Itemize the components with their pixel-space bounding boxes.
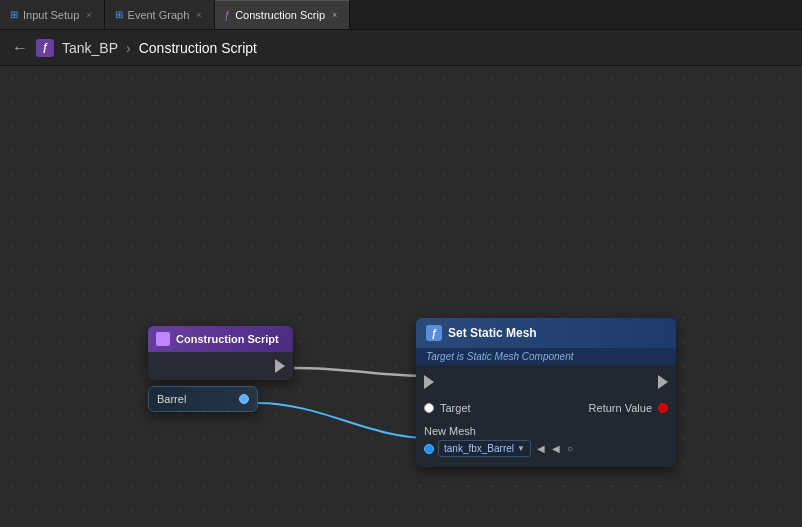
set-static-mesh-target-label: Target [440,402,471,414]
breadcrumb-current-graph: Construction Script [139,40,257,56]
breadcrumb-func-icon: ƒ [36,39,54,57]
tab-construction-script-icon: ƒ [225,10,231,21]
mesh-action-next-btn[interactable]: ◀ [550,442,562,455]
set-static-mesh-title: Set Static Mesh [448,326,537,340]
set-static-mesh-return-pin[interactable] [658,403,668,413]
set-static-mesh-target-row: Target Return Value [416,395,676,421]
new-mesh-label: New Mesh [424,425,668,437]
construction-script-exec-out-pin[interactable] [275,359,285,373]
node-set-static-mesh[interactable]: ƒ Set Static Mesh Target is Static Mesh … [416,318,676,467]
breadcrumb-bar: ← ƒ Tank_BP › Construction Script [0,30,802,66]
connections-svg [0,66,802,527]
new-mesh-dropdown[interactable]: tank_fbx_Barrel ▼ [438,440,531,457]
mesh-action-clear-btn[interactable]: ○ [565,442,575,455]
tab-construction-script-label: Construction Scrip [235,9,325,21]
tab-construction-script-close[interactable]: × [330,10,339,20]
new-mesh-pin[interactable] [424,444,434,454]
mesh-action-prev-btn[interactable]: ◀ [535,442,547,455]
set-static-mesh-target-pin[interactable] [424,403,434,413]
barrel-output-pin[interactable] [239,394,249,404]
tab-bar: ⊞ Input Setup × ⊞ Event Graph × ƒ Constr… [0,0,802,30]
tab-event-graph[interactable]: ⊞ Event Graph × [105,0,215,29]
tab-construction-script[interactable]: ƒ Construction Scrip × [215,0,351,29]
tab-event-graph-label: Event Graph [128,9,190,21]
set-static-mesh-exec-out-pin[interactable] [658,375,668,389]
set-static-mesh-new-mesh-section: New Mesh tank_fbx_Barrel ▼ ◀ ◀ ○ [416,421,676,463]
node-construction-script[interactable]: Construction Script [148,326,293,380]
tab-event-graph-close[interactable]: × [194,10,203,20]
mesh-actions: ◀ ◀ ○ [535,442,575,455]
tab-event-graph-icon: ⊞ [115,9,123,20]
new-mesh-value: tank_fbx_Barrel [444,443,514,454]
breadcrumb-back-button[interactable]: ← [12,39,28,57]
dropdown-arrow-icon: ▼ [517,444,525,453]
tab-input-setup-icon: ⊞ [10,9,18,20]
canvas-area[interactable]: Construction Script Barrel ƒ Set Static … [0,66,802,527]
tab-input-setup-close[interactable]: × [84,10,93,20]
node-barrel[interactable]: Barrel [148,386,258,412]
breadcrumb-separator: › [126,40,131,56]
set-static-mesh-subtitle: Target is Static Mesh Component [416,348,676,365]
construction-script-node-icon [156,332,170,346]
tab-input-setup-label: Input Setup [23,9,79,21]
set-static-mesh-return-value-label: Return Value [589,402,652,414]
tab-input-setup[interactable]: ⊞ Input Setup × [0,0,105,29]
construction-script-node-title: Construction Script [176,333,279,345]
set-static-mesh-func-icon: ƒ [426,325,442,341]
set-static-mesh-exec-row [416,369,676,395]
breadcrumb-blueprint-name: Tank_BP [62,40,118,56]
set-static-mesh-exec-in-pin[interactable] [424,375,434,389]
barrel-node-label: Barrel [157,393,186,405]
